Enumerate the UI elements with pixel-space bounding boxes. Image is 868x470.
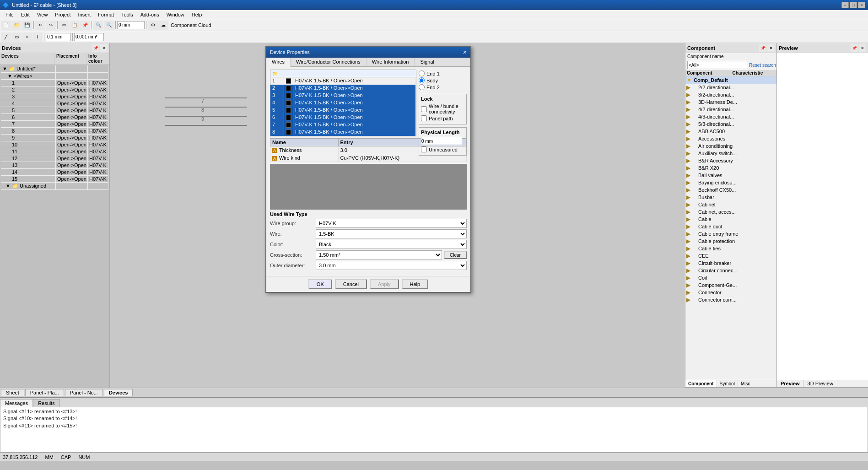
tab-component[interactable]: Component	[685, 380, 717, 387]
list-item[interactable]: 15 Open->Open H07V-K	[1, 176, 108, 183]
wire-list-row[interactable]: 8 H07V-K 1.5-BK / Open->Open	[270, 129, 416, 136]
redo-icon[interactable]: ↪	[46, 21, 56, 30]
menu-file[interactable]: File	[2, 11, 17, 18]
component-folder[interactable]: ▶ Connector com...	[685, 296, 776, 303]
list-item[interactable]: ▼ 📁 Untitled*	[1, 65, 108, 73]
list-item[interactable]: 4 Open->Open H07V-K	[1, 100, 108, 107]
tab-messages[interactable]: Messages	[0, 399, 33, 407]
component-folder[interactable]: ▶ Ball valves	[685, 172, 776, 179]
component-folder[interactable]: ▶ Busbar	[685, 194, 776, 201]
component-folder[interactable]: ▶ Auxiliary switch...	[685, 150, 776, 157]
close-button[interactable]: ×	[858, 2, 865, 8]
unmeasured-checkbox[interactable]	[421, 146, 427, 152]
component-folder[interactable]: ▶ 4/3-directional...	[685, 113, 776, 120]
component-folder[interactable]: ▼ Comp_Default	[685, 76, 776, 84]
color-select[interactable]: Black	[316, 240, 467, 249]
zoom-out-icon[interactable]: 🔍	[104, 21, 114, 30]
component-folder[interactable]: ▶ 2/2-directional...	[685, 84, 776, 91]
list-item[interactable]: 14 Open->Open H07V-K	[1, 169, 108, 176]
component-folder[interactable]: ▶ 5/3-directional...	[685, 120, 776, 128]
component-folder[interactable]: ▶ Cabinet	[685, 201, 776, 208]
wire-list-row[interactable]: 7 H07V-K 1.5-BK / Open->Open	[270, 121, 416, 129]
component-folder[interactable]: ▶ Cable protection	[685, 238, 776, 245]
open-icon[interactable]: 📁	[11, 21, 22, 30]
component-folder[interactable]: ▶ Accessories	[685, 135, 776, 142]
paste-icon[interactable]: 📌	[80, 21, 90, 30]
physical-length-input[interactable]	[421, 137, 462, 145]
zoom-in-icon[interactable]: 🔍	[93, 21, 103, 30]
apply-button[interactable]: Apply	[370, 279, 399, 289]
dialog-close-button[interactable]: ×	[463, 49, 467, 56]
undo-icon[interactable]: ↩	[35, 21, 45, 30]
list-item[interactable]: 8 Open->Open H07V-K	[1, 128, 108, 135]
tab-panel-pla[interactable]: Panel - Pla...	[25, 389, 64, 396]
reset-search-button[interactable]: Reset search	[749, 63, 776, 68]
tab-signal[interactable]: Signal	[415, 58, 440, 66]
list-item[interactable]: 13 Open->Open H07V-K	[1, 162, 108, 169]
component-folder[interactable]: ▶ Baying enclosu...	[685, 179, 776, 186]
menu-window[interactable]: Window	[163, 11, 188, 18]
tab-preview[interactable]: Preview	[777, 380, 804, 387]
line-width-input2[interactable]	[74, 33, 104, 41]
list-item[interactable]: 1 Open->Open H07V-K	[1, 80, 108, 86]
component-folder[interactable]: ▶ Component-Ge...	[685, 281, 776, 289]
component-folder[interactable]: ▶ Cable	[685, 216, 776, 223]
preview-panel-pin[interactable]: 📌	[851, 44, 858, 52]
panel-path-checkbox[interactable]	[421, 115, 427, 121]
component-folder[interactable]: ▶ Circular connec...	[685, 267, 776, 274]
component-folder[interactable]: ▶ Coil	[685, 274, 776, 281]
component-folder[interactable]: ▶ B&R X20	[685, 164, 776, 172]
menu-tools[interactable]: Tools	[118, 11, 137, 18]
wire-group-select[interactable]: H07V-K	[316, 219, 467, 228]
wire-select[interactable]: 1.5-BK	[316, 229, 467, 238]
minimize-button[interactable]: −	[841, 2, 849, 8]
component-folder[interactable]: ▶ Circuit-breaker	[685, 259, 776, 267]
help-button[interactable]: Help	[402, 279, 429, 289]
save-icon[interactable]: 💾	[22, 21, 32, 30]
list-item[interactable]: 12 Open->Open H07V-K	[1, 155, 108, 162]
mm-input[interactable]	[117, 21, 145, 29]
cloud-icon[interactable]: ☁	[158, 21, 168, 30]
list-item[interactable]: 5 Open->Open H07V-K	[1, 107, 108, 114]
component-folder[interactable]: ▶ 3D-Harness De...	[685, 98, 776, 106]
list-item[interactable]: 10 Open->Open H07V-K	[1, 141, 108, 148]
component-folder[interactable]: ▶ B&R Accessory	[685, 157, 776, 164]
component-folder[interactable]: ▶ 3/2-directional...	[685, 91, 776, 98]
menu-help[interactable]: Help	[188, 11, 206, 18]
tab-symbol[interactable]: Symbol	[717, 380, 738, 387]
list-item[interactable]: ▼ 📁 Unassigned	[1, 183, 108, 190]
end2-radio[interactable]	[419, 84, 425, 90]
menu-addons[interactable]: Add-ons	[137, 11, 163, 18]
cross-section-select[interactable]: 1.50 mm²	[316, 250, 442, 259]
component-folder[interactable]: ▶ CEE	[685, 252, 776, 259]
ok-button[interactable]: OK	[308, 279, 332, 289]
tab-sheet[interactable]: Sheet	[1, 389, 24, 396]
copy-icon[interactable]: 📋	[70, 21, 80, 30]
cancel-button[interactable]: Cancel	[335, 279, 367, 289]
tab-results[interactable]: Results	[33, 399, 60, 407]
component-folder[interactable]: ▶ Beckhoff CX50...	[685, 186, 776, 194]
menu-edit[interactable]: Edit	[17, 11, 33, 18]
list-item[interactable]: 9 Open->Open H07V-K	[1, 135, 108, 141]
wire-list-row[interactable]: 3 H07V-K 1.5-BK / Open->Open	[270, 92, 416, 99]
tab-wire-conductor-connections[interactable]: Wire/Conductor Connections	[291, 58, 367, 66]
tab-3d-preview[interactable]: 3D Preview	[804, 380, 837, 387]
tab-devices[interactable]: Devices	[104, 389, 133, 396]
devices-panel-close[interactable]: ×	[100, 44, 108, 52]
settings-icon[interactable]: ⚙	[148, 21, 158, 30]
draw-line-icon[interactable]: ╱	[1, 32, 11, 42]
draw-circle-icon[interactable]: ○	[22, 32, 32, 42]
cut-icon[interactable]: ✂	[59, 21, 69, 30]
component-panel-close[interactable]: ×	[767, 44, 775, 52]
component-folder[interactable]: ▶ 4/2-directional...	[685, 106, 776, 113]
wire-list-row[interactable]: 6 H07V-K 1.5-BK / Open->Open	[270, 114, 416, 121]
tab-wires[interactable]: Wires	[266, 58, 291, 67]
devices-panel-pin[interactable]: 📌	[92, 44, 99, 52]
component-folder[interactable]: ▶ ABB AC500	[685, 128, 776, 135]
menu-view[interactable]: View	[33, 11, 52, 18]
wire-list-row[interactable]: 5 H07V-K 1.5-BK / Open->Open	[270, 107, 416, 114]
outer-diameter-select[interactable]: 3.0 mm	[316, 261, 467, 270]
menu-format[interactable]: Format	[94, 11, 118, 18]
draw-rect-icon[interactable]: ▭	[11, 32, 22, 42]
draw-text-icon[interactable]: T	[32, 32, 43, 42]
